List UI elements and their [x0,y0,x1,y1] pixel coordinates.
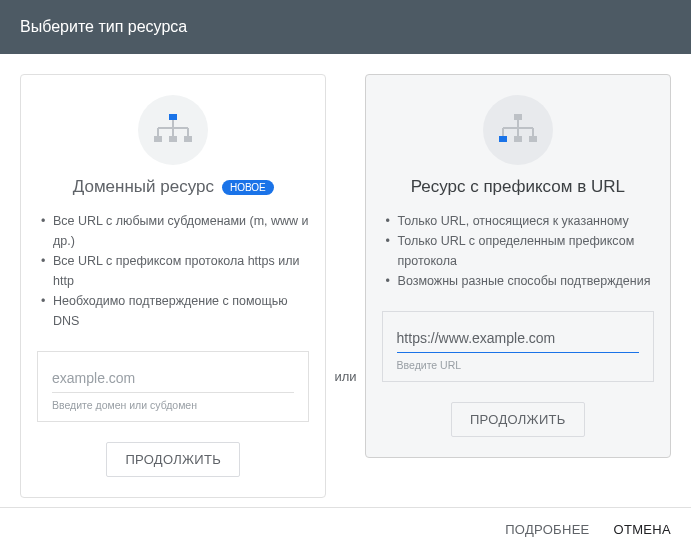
svg-rect-16 [514,136,522,142]
domain-bullet-list: Все URL с любыми субдоменами (m, www и д… [37,211,309,331]
svg-rect-15 [499,136,507,142]
svg-rect-9 [514,114,522,120]
url-input-box: Введите URL [382,311,654,382]
svg-rect-17 [529,136,537,142]
svg-rect-6 [154,136,162,142]
url-prefix-property-card[interactable]: Ресурс с префиксом в URL Только URL, отн… [365,74,671,458]
list-item: Возможны разные способы подтверждения [382,271,654,291]
cancel-button[interactable]: ОТМЕНА [614,522,671,537]
domain-input-helper: Введите домен или субдомен [52,399,294,411]
list-item: Только URL, относящиеся к указанному [382,211,654,231]
domain-card-title: Доменный ресурс [73,177,214,197]
list-item: Все URL с префиксом протокола https или … [37,251,309,291]
domain-property-card[interactable]: Доменный ресурс новое Все URL с любыми с… [20,74,326,498]
dialog-footer: ПОДРОБНЕЕ ОТМЕНА [0,507,691,551]
svg-rect-0 [169,114,177,120]
new-badge: новое [222,180,274,195]
url-prefix-bullet-list: Только URL, относящиеся к указанному Тол… [382,211,654,291]
content-area: Доменный ресурс новое Все URL с любыми с… [0,54,691,518]
domain-input-box: example.com Введите домен или субдомен [37,351,309,422]
domain-card-title-row: Доменный ресурс новое [73,177,274,197]
url-input-helper: Введите URL [397,359,639,371]
list-item: Все URL с любыми субдоменами (m, www и д… [37,211,309,251]
list-item: Только URL с определенным префиксом прот… [382,231,654,271]
domain-continue-button[interactable]: ПРОДОЛЖИТЬ [106,442,240,477]
learn-more-button[interactable]: ПОДРОБНЕЕ [505,522,589,537]
url-prefix-card-title: Ресурс с префиксом в URL [411,177,625,197]
sitemap-icon [483,95,553,165]
sitemap-icon [138,95,208,165]
url-continue-button[interactable]: ПРОДОЛЖИТЬ [451,402,585,437]
svg-rect-8 [184,136,192,142]
svg-rect-7 [169,136,177,142]
domain-input[interactable]: example.com [52,366,294,393]
or-divider: или [326,369,364,384]
dialog-title: Выберите тип ресурса [20,18,187,35]
dialog-header: Выберите тип ресурса [0,0,691,54]
list-item: Необходимо подтверждение с помощью DNS [37,291,309,331]
url-input[interactable] [397,326,639,353]
